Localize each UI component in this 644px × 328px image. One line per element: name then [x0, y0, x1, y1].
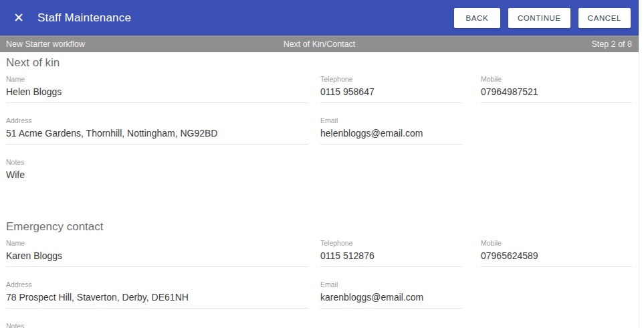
address-field: Address 51 Acme Gardens, Thornhill, Nott… [6, 116, 308, 145]
mobile-input[interactable]: 07964987521 [481, 84, 632, 103]
field-label: Telephone [320, 239, 462, 247]
form-row: Notes Wife [6, 158, 639, 185]
workflow-bar: New Starter workflow Next of Kin/Contact… [0, 35, 639, 52]
field-label: Name [6, 75, 308, 83]
form-row: Notes Mum [6, 322, 639, 328]
email-field: Email karenbloggs@email.com [320, 280, 462, 309]
form-row: Name Helen Bloggs Telephone 0115 958647 … [6, 75, 639, 103]
field-label: Mobile [481, 239, 632, 247]
field-label: Email [320, 116, 462, 125]
telephone-field: Telephone 0115 958647 [320, 75, 462, 103]
telephone-input[interactable]: 0115 958647 [320, 84, 462, 103]
continue-button[interactable]: CONTINUE [508, 8, 570, 28]
mobile-field: Mobile 07964987521 [481, 75, 632, 103]
notes-field: Notes Mum [6, 322, 308, 328]
section-next-of-kin: Next of kin Name Helen Bloggs Telephone … [6, 56, 639, 185]
name-input[interactable]: Karen Bloggs [6, 248, 308, 267]
form-row: Address 51 Acme Gardens, Thornhill, Nott… [6, 116, 639, 145]
app-bar: ✕ Staff Maintenance BACK CONTINUE CANCEL [0, 0, 639, 35]
cancel-button[interactable]: CANCEL [578, 8, 631, 28]
mobile-field: Mobile 07965624589 [481, 239, 632, 267]
workflow-step-title: Next of Kin/Contact [0, 39, 639, 49]
close-icon[interactable]: ✕ [11, 11, 26, 24]
field-label: Notes [6, 158, 308, 166]
email-field: Email helenbloggs@email.com [320, 116, 462, 145]
telephone-input[interactable]: 0115 512876 [320, 248, 462, 267]
page-title: Staff Maintenance [37, 11, 446, 25]
name-field: Name Karen Bloggs [6, 239, 308, 267]
field-label: Address [6, 280, 308, 289]
notes-input[interactable]: Wife [6, 167, 308, 185]
scrollbar-track[interactable] [639, 0, 644, 328]
field-label: Address [6, 116, 308, 125]
field-label: Notes [6, 322, 308, 328]
notes-field: Notes Wife [6, 158, 308, 185]
name-input[interactable]: Helen Bloggs [6, 84, 308, 103]
field-label: Name [6, 239, 308, 247]
address-field: Address 78 Prospect Hill, Staverton, Der… [6, 280, 308, 309]
form-row: Name Karen Bloggs Telephone 0115 512876 … [6, 239, 639, 267]
address-input[interactable]: 78 Prospect Hill, Staverton, Derby, DE61… [6, 290, 308, 309]
workflow-step-count: Step 2 of 8 [592, 39, 632, 49]
telephone-field: Telephone 0115 512876 [320, 239, 462, 267]
address-input[interactable]: 51 Acme Gardens, Thornhill, Nottingham, … [6, 126, 308, 145]
section-heading: Emergency contact [6, 220, 639, 234]
mobile-input[interactable]: 07965624589 [481, 248, 632, 267]
email-input[interactable]: helenbloggs@email.com [320, 126, 462, 145]
field-label: Mobile [481, 75, 632, 83]
name-field: Name Helen Bloggs [6, 75, 308, 103]
field-label: Telephone [320, 75, 462, 83]
section-heading: Next of kin [6, 56, 639, 70]
form-content: Next of kin Name Helen Bloggs Telephone … [0, 52, 639, 328]
back-button[interactable]: BACK [454, 8, 500, 28]
section-emergency-contact: Emergency contact Name Karen Bloggs Tele… [6, 220, 639, 328]
field-label: Email [320, 280, 462, 289]
form-row: Address 78 Prospect Hill, Staverton, Der… [6, 280, 639, 309]
email-input[interactable]: karenbloggs@email.com [320, 290, 462, 309]
